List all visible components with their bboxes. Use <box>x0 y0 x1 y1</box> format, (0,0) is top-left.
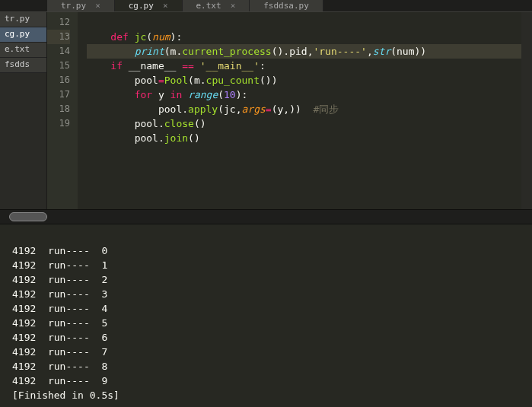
output-line: 4192 run---- 6 <box>12 332 107 343</box>
output-line: 4192 run---- 8 <box>12 361 107 372</box>
sidebar-item-tr[interactable]: tr.py <box>0 12 46 27</box>
code-content[interactable]: def jc(num): print(m.current_process().p… <box>78 12 532 209</box>
panel-divider[interactable] <box>0 209 532 224</box>
sidebar-item-fsdds[interactable]: fsdds <box>0 58 46 73</box>
output-line: 4192 run---- 2 <box>12 274 107 285</box>
line-gutter: 1213141516171819 <box>47 12 78 209</box>
tab-cg[interactable]: cg.py× <box>115 0 183 11</box>
output-line: 4192 run---- 3 <box>12 288 107 300</box>
scrollbar-vertical[interactable] <box>521 12 532 209</box>
output-line: 4192 run---- 4 <box>12 303 107 314</box>
editor[interactable]: 1213141516171819 def jc(num): print(m.cu… <box>47 12 532 209</box>
sidebar-item-cg[interactable]: cg.py <box>0 27 46 43</box>
tab-bar-top: tr.py× cg.py× e.txt× fsddsa.py <box>0 0 532 12</box>
close-icon[interactable]: × <box>95 1 100 11</box>
output-line: 4192 run---- 7 <box>12 346 107 358</box>
close-icon[interactable]: × <box>231 1 236 11</box>
output-panel[interactable]: 4192 run---- 0 4192 run---- 1 4192 run--… <box>0 224 532 407</box>
sidebar-item-etxt[interactable]: e.txt <box>0 43 46 58</box>
tab-tr[interactable]: tr.py× <box>47 0 115 11</box>
output-line: 4192 run---- 1 <box>12 259 107 271</box>
output-line: 4192 run---- 9 <box>12 375 107 386</box>
tab-etxt[interactable]: e.txt× <box>183 0 250 11</box>
tab-fsddsa[interactable]: fsddsa.py <box>250 0 323 11</box>
output-finished: [Finished in 0.5s] <box>12 390 119 401</box>
output-line: 4192 run---- 5 <box>12 317 107 329</box>
output-line: 4192 run---- 0 <box>12 245 107 256</box>
close-icon[interactable]: × <box>163 1 168 11</box>
scrollbar-thumb[interactable] <box>9 212 47 221</box>
sidebar: tr.py cg.py e.txt fsdds <box>0 12 47 209</box>
